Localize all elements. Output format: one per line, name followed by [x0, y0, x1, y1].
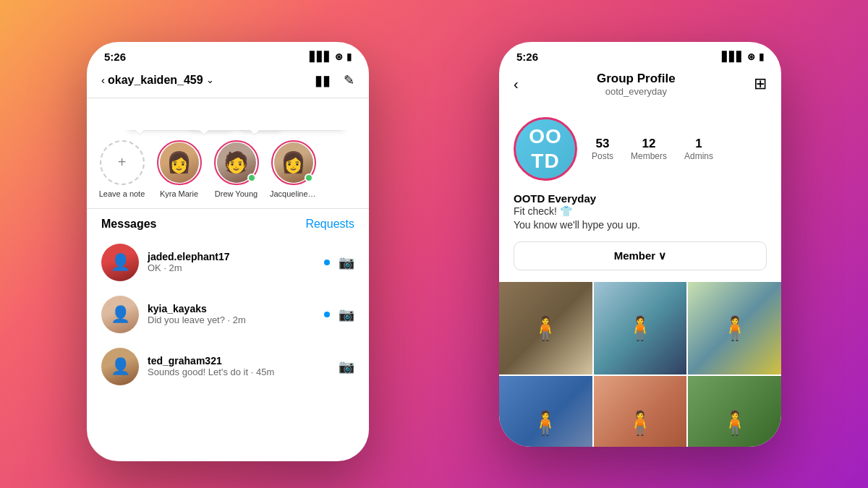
photo-cell-2[interactable]: 🧍 [594, 282, 687, 375]
leave-note-story[interactable]: + Leave a note [98, 140, 145, 198]
admins-count: 1 [684, 137, 713, 151]
photo-2: 🧍 [594, 282, 687, 375]
battery-icon-right: ▮ [759, 51, 764, 62]
edit-icon[interactable]: ✎ [344, 72, 354, 88]
add-note-button[interactable]: + [100, 140, 145, 185]
status-icons-right: ▋▋▋ ⊛ ▮ [722, 51, 764, 62]
photo-1: 🧍 [499, 282, 592, 375]
group-name: OOTD Everyday [514, 192, 767, 205]
member-label: Member ∨ [614, 249, 667, 262]
group-bio-line2: You know we'll hype you up. [514, 218, 767, 233]
kyia-preview: Did you leave yet? · 2m [148, 314, 315, 325]
admins-label: Admins [684, 151, 713, 161]
drew-online-indicator [247, 174, 256, 182]
stat-posts: 53 Posts [592, 137, 613, 161]
jaded-photo: 👤 [101, 244, 139, 281]
jacqueline-note-bubble: Game night this weekend? 🎱 [239, 130, 348, 131]
drew-label: Drew Young [215, 189, 258, 198]
status-icons-left: ▋▋▋ ⊛ ▮ [310, 51, 352, 62]
back-button[interactable]: ‹ okay_kaiden_459 ⌄ [101, 74, 214, 87]
status-bar-left: 5:26 ▋▋▋ ⊛ ▮ [87, 42, 369, 66]
photo-4: 🧍 [499, 376, 592, 446]
group-nav: ‹ Group Profile ootd_everyday ⊞ [499, 66, 781, 106]
back-button-right[interactable]: ‹ [514, 76, 519, 93]
photo-cell-1[interactable]: 🧍 [499, 282, 592, 375]
add-to-group-icon[interactable]: ⊞ [754, 74, 767, 93]
kyia-username: kyia_kayaks [148, 303, 315, 314]
messages-label: Messages [101, 218, 157, 231]
kyra-photo: 👩 [160, 142, 199, 183]
jaded-preview: OK · 2m [148, 262, 315, 273]
posts-label: Posts [592, 151, 613, 161]
group-stats: 53 Posts 12 Members 1 Admins [592, 137, 713, 161]
kyia-photo: 👤 [101, 296, 139, 333]
requests-label[interactable]: Requests [305, 218, 354, 231]
ted-avatar: 👤 [101, 348, 139, 385]
right-phone: 5:26 ▋▋▋ ⊛ ▮ ‹ Group Profile ootd_everyd… [499, 42, 781, 447]
message-row-jaded[interactable]: 👤 jaded.elephant17 OK · 2m 📷 [87, 236, 369, 288]
wifi-icon-right: ⊛ [747, 51, 755, 62]
ted-photo: 👤 [101, 348, 139, 385]
jaded-username: jaded.elephant17 [148, 251, 315, 262]
drew-avatar-ring: 🧑 [214, 140, 259, 185]
leave-note-label: Leave a note [99, 189, 145, 198]
group-bio-line1: Fit check! 👕 [514, 205, 767, 219]
status-bar-right: 5:26 ▋▋▋ ⊛ ▮ [499, 42, 781, 66]
photo-cell-3[interactable]: 🧍 [688, 282, 781, 375]
ted-username: ted_graham321 [148, 355, 330, 367]
group-avatar: OOTD [514, 117, 577, 181]
story-drew[interactable]: Finally landing in NYC! ❤️ 🧑 Drew Young [213, 140, 260, 198]
time-right: 5:26 [516, 51, 538, 63]
photo-6: 🧍 [688, 376, 781, 446]
group-avatar-text: OOTD [529, 124, 562, 173]
members-label: Members [631, 151, 667, 161]
ted-camera-icon[interactable]: 📷 [339, 359, 354, 374]
kyia-camera-icon[interactable]: 📷 [339, 307, 354, 322]
story-kyra[interactable]: Why is tomorrow Monday!? 🥲 👩 Kyra Marie [156, 140, 203, 198]
signal-icon: ▋▋▋ [310, 51, 331, 62]
messages-header: Messages Requests [87, 209, 369, 236]
jaded-unread-dot [324, 260, 330, 265]
jacqueline-label: Jacqueline Lam [270, 189, 317, 198]
group-profile-section: OOTD 53 Posts 12 Members 1 Admins [499, 106, 781, 192]
group-nav-center: Group Profile ootd_everyday [597, 72, 676, 97]
stories-row: + Leave a note Why is tomorrow Monday!? … [87, 130, 369, 209]
group-profile-title: Group Profile [597, 72, 676, 86]
signal-icon-right: ▋▋▋ [722, 51, 744, 62]
message-row-ted[interactable]: 👤 ted_graham321 Sounds good! Let's do it… [87, 341, 369, 393]
photo-3: 🧍 [688, 282, 781, 375]
ted-content: ted_graham321 Sounds good! Let's do it ·… [148, 355, 330, 377]
kyra-avatar: 👩 [160, 142, 199, 183]
group-bio: OOTD Everyday Fit check! 👕 You know we'l… [499, 192, 781, 241]
nav-username: okay_kaiden_459 [108, 74, 203, 87]
stat-members: 12 Members [631, 137, 667, 161]
time-left: 5:26 [104, 51, 126, 63]
photo-cell-4[interactable]: 🧍 [499, 376, 592, 446]
story-jacqueline[interactable]: Game night this weekend? 🎱 👩 Jacqueline … [270, 140, 317, 198]
photo-cell-6[interactable]: 🧍 [688, 376, 781, 446]
battery-icon: ▮ [346, 51, 352, 62]
wifi-icon: ⊛ [335, 51, 343, 62]
video-call-icon[interactable]: ▮▮ [315, 72, 331, 89]
message-row-kyia[interactable]: 👤 kyia_kayaks Did you leave yet? · 2m 📷 [87, 288, 369, 341]
group-profile-subtitle: ootd_everyday [597, 86, 676, 97]
left-phone: 5:26 ▋▋▋ ⊛ ▮ ‹ okay_kaiden_459 ⌄ ▮▮ ✎ + … [87, 42, 369, 461]
jacqueline-avatar-ring: 👩 [271, 140, 316, 185]
kyia-unread-dot [324, 312, 330, 317]
posts-count: 53 [592, 137, 613, 151]
nav-icons-left: ▮▮ ✎ [315, 72, 354, 89]
kyra-label: Kyra Marie [160, 189, 198, 198]
members-count: 12 [631, 137, 667, 151]
jaded-camera-icon[interactable]: 📷 [339, 254, 354, 270]
stories-section: + Leave a note Why is tomorrow Monday!? … [87, 98, 369, 209]
photo-5: 🧍 [594, 376, 687, 446]
photo-cell-5[interactable]: 🧍 [594, 376, 687, 446]
jaded-content: jaded.elephant17 OK · 2m [148, 251, 315, 273]
kyra-avatar-ring: 👩 [157, 140, 202, 185]
jaded-avatar: 👤 [101, 244, 139, 281]
stat-admins: 1 Admins [684, 137, 713, 161]
member-button[interactable]: Member ∨ [514, 241, 767, 270]
jacqueline-online-indicator [305, 174, 313, 182]
nav-bar-left: ‹ okay_kaiden_459 ⌄ ▮▮ ✎ [87, 66, 369, 98]
photo-grid: 🧍 🧍 🧍 🧍 🧍 🧍 [499, 282, 781, 447]
